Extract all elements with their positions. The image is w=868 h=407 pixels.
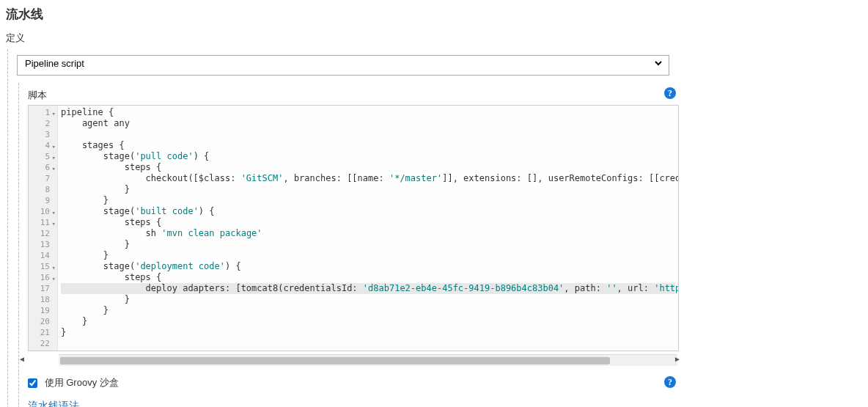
code-line[interactable]: steps { <box>61 272 675 283</box>
gutter-line: 18 <box>32 294 50 305</box>
fold-toggle-icon[interactable]: ▾ <box>52 208 56 219</box>
code-line[interactable]: deploy adapters: [tomcat8(credentialsId:… <box>61 283 675 294</box>
fold-toggle-icon[interactable]: ▾ <box>52 164 56 175</box>
code-line[interactable]: } <box>61 250 675 261</box>
code-line[interactable]: } <box>61 294 675 305</box>
gutter-line: 16▾ <box>32 272 50 283</box>
code-line[interactable]: stage('built code') { <box>61 206 675 217</box>
sandbox-label: 使用 Groovy 沙盒 <box>45 377 119 388</box>
code-line[interactable]: } <box>61 316 675 327</box>
fold-toggle-icon[interactable]: ▾ <box>52 153 56 164</box>
pipeline-syntax-link[interactable]: 流水线语法 <box>28 400 862 407</box>
definition-label: 定义 <box>6 32 862 45</box>
code-line[interactable]: sh 'mvn clean package' <box>61 228 675 239</box>
editor-code-area[interactable]: pipeline { agent any stages { stage('pul… <box>58 106 678 351</box>
gutter-line: 6▾ <box>32 162 50 173</box>
gutter-line: 4▾ <box>32 140 50 151</box>
gutter-line: 3 <box>32 129 50 140</box>
definition-select-input[interactable]: Pipeline script <box>22 57 664 70</box>
fold-toggle-icon[interactable]: ▾ <box>52 263 56 274</box>
scrollbar-thumb[interactable] <box>60 357 610 364</box>
code-line[interactable]: agent any <box>61 118 675 129</box>
code-line[interactable]: stage('pull code') { <box>61 151 675 162</box>
code-line[interactable]: } <box>61 239 675 250</box>
section-title: 流水线 <box>6 3 862 23</box>
code-line[interactable]: steps { <box>61 217 675 228</box>
gutter-line: 21 <box>32 327 50 338</box>
code-line[interactable]: } <box>61 305 675 316</box>
gutter-line: 14 <box>32 250 50 261</box>
gutter-line: 17 <box>32 283 50 294</box>
scroll-right-arrow[interactable]: ► <box>673 355 682 364</box>
fold-toggle-icon[interactable]: ▾ <box>52 219 56 230</box>
gutter-line: 12 <box>32 228 50 239</box>
help-icon[interactable]: ? <box>664 87 676 99</box>
help-icon[interactable]: ? <box>664 376 676 388</box>
code-line[interactable]: } <box>61 327 675 338</box>
code-line[interactable]: stages { <box>61 140 675 151</box>
sandbox-checkbox[interactable] <box>28 378 37 388</box>
editor-gutter: 1▾234▾5▾6▾78910▾11▾12131415▾16▾171819202… <box>29 106 58 351</box>
gutter-line: 9 <box>32 195 50 206</box>
code-line[interactable]: } <box>61 184 675 195</box>
sandbox-row: 使用 Groovy 沙盒 ? <box>28 376 680 389</box>
code-line[interactable] <box>61 338 675 349</box>
pipeline-config-block: Pipeline script 脚本 ? 1▾234▾5▾6▾78910▾11▾… <box>7 49 862 407</box>
gutter-line: 10▾ <box>32 206 50 217</box>
code-line[interactable]: steps { <box>61 162 675 173</box>
code-line[interactable]: stage('deployment code') { <box>61 261 675 272</box>
gutter-line: 22 <box>32 338 50 349</box>
fold-toggle-icon[interactable]: ▾ <box>52 142 56 153</box>
code-editor[interactable]: 1▾234▾5▾6▾78910▾11▾12131415▾16▾171819202… <box>28 105 679 351</box>
fold-toggle-icon[interactable]: ▾ <box>52 274 56 285</box>
code-line[interactable]: checkout([$class: 'GitSCM', branches: [[… <box>61 173 675 184</box>
fold-toggle-icon[interactable]: ▾ <box>52 109 56 120</box>
gutter-line: 1▾ <box>32 107 50 118</box>
gutter-line: 15▾ <box>32 261 50 272</box>
horizontal-scrollbar[interactable] <box>59 354 677 366</box>
gutter-line: 7 <box>32 173 50 184</box>
gutter-line: 5▾ <box>32 151 50 162</box>
code-line[interactable] <box>61 129 675 140</box>
definition-select[interactable]: Pipeline script <box>17 55 669 76</box>
code-line[interactable]: pipeline { <box>61 107 675 118</box>
scroll-left-arrow[interactable]: ◄ <box>18 355 26 364</box>
gutter-line: 11▾ <box>32 217 50 228</box>
code-line[interactable]: } <box>61 195 675 206</box>
gutter-line: 8 <box>32 184 50 195</box>
script-block: 脚本 ? 1▾234▾5▾6▾78910▾11▾12131415▾16▾1718… <box>28 89 680 366</box>
gutter-line: 20 <box>32 316 50 327</box>
script-label: 脚本 <box>28 89 47 102</box>
gutter-line: 13 <box>32 239 50 250</box>
gutter-line: 19 <box>32 305 50 316</box>
gutter-line: 2 <box>32 118 50 129</box>
